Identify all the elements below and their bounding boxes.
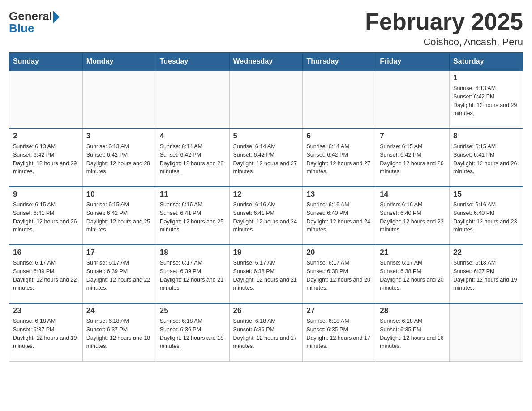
calendar-body: 1Sunrise: 6:13 AMSunset: 6:42 PMDaylight… (9, 70, 523, 361)
day-info: Sunrise: 6:13 AMSunset: 6:42 PMDaylight:… (13, 142, 79, 176)
calendar-cell: 1Sunrise: 6:13 AMSunset: 6:42 PMDaylight… (450, 70, 523, 128)
day-number: 24 (86, 306, 152, 315)
calendar-table: SundayMondayTuesdayWednesdayThursdayFrid… (9, 52, 523, 362)
calendar-cell: 8Sunrise: 6:15 AMSunset: 6:41 PMDaylight… (450, 128, 523, 187)
calendar-cell: 5Sunrise: 6:14 AMSunset: 6:42 PMDaylight… (229, 128, 303, 187)
day-number: 18 (160, 248, 226, 257)
logo: General Blue (9, 9, 60, 35)
day-number: 23 (13, 306, 79, 315)
day-number: 22 (453, 248, 519, 257)
day-number: 5 (233, 132, 299, 141)
header-friday: Friday (376, 53, 450, 71)
day-info: Sunrise: 6:17 AMSunset: 6:38 PMDaylight:… (233, 259, 299, 292)
day-info: Sunrise: 6:16 AMSunset: 6:41 PMDaylight:… (160, 201, 226, 234)
logo-arrow-icon (53, 11, 60, 23)
day-number: 27 (306, 306, 372, 315)
day-number: 15 (453, 190, 519, 199)
header-sunday: Sunday (9, 53, 83, 71)
calendar-cell (9, 70, 83, 128)
calendar-cell: 25Sunrise: 6:18 AMSunset: 6:36 PMDayligh… (156, 303, 229, 361)
calendar-cell: 16Sunrise: 6:17 AMSunset: 6:39 PMDayligh… (9, 245, 83, 303)
calendar-cell (376, 70, 450, 128)
day-info: Sunrise: 6:15 AMSunset: 6:42 PMDaylight:… (380, 142, 446, 176)
day-info: Sunrise: 6:16 AMSunset: 6:40 PMDaylight:… (380, 201, 446, 234)
day-number: 28 (380, 306, 446, 315)
calendar-cell: 28Sunrise: 6:18 AMSunset: 6:35 PMDayligh… (376, 303, 450, 361)
day-info: Sunrise: 6:14 AMSunset: 6:42 PMDaylight:… (160, 142, 226, 176)
day-info: Sunrise: 6:18 AMSunset: 6:37 PMDaylight:… (453, 259, 519, 292)
calendar-cell: 7Sunrise: 6:15 AMSunset: 6:42 PMDaylight… (376, 128, 450, 187)
header-wednesday: Wednesday (229, 53, 303, 71)
day-info: Sunrise: 6:18 AMSunset: 6:36 PMDaylight:… (160, 317, 226, 351)
logo-blue-text: Blue (9, 21, 34, 35)
calendar-cell: 3Sunrise: 6:13 AMSunset: 6:42 PMDaylight… (82, 128, 156, 187)
calendar-cell: 20Sunrise: 6:17 AMSunset: 6:38 PMDayligh… (303, 245, 376, 303)
day-number: 8 (453, 132, 519, 141)
day-number: 17 (86, 248, 152, 257)
calendar-cell: 18Sunrise: 6:17 AMSunset: 6:39 PMDayligh… (156, 245, 229, 303)
day-info: Sunrise: 6:15 AMSunset: 6:41 PMDaylight:… (13, 201, 79, 234)
calendar-header: SundayMondayTuesdayWednesdayThursdayFrid… (9, 53, 523, 71)
calendar-cell: 17Sunrise: 6:17 AMSunset: 6:39 PMDayligh… (82, 245, 156, 303)
calendar-cell (450, 303, 523, 361)
day-number: 20 (306, 248, 372, 257)
day-info: Sunrise: 6:13 AMSunset: 6:42 PMDaylight:… (86, 142, 152, 176)
calendar-cell: 10Sunrise: 6:15 AMSunset: 6:41 PMDayligh… (82, 187, 156, 245)
day-number: 21 (380, 248, 446, 257)
day-info: Sunrise: 6:18 AMSunset: 6:36 PMDaylight:… (233, 317, 299, 351)
day-info: Sunrise: 6:18 AMSunset: 6:35 PMDaylight:… (306, 317, 372, 351)
day-number: 25 (160, 306, 226, 315)
calendar-cell: 22Sunrise: 6:18 AMSunset: 6:37 PMDayligh… (450, 245, 523, 303)
week-row-4: 23Sunrise: 6:18 AMSunset: 6:37 PMDayligh… (9, 303, 523, 361)
header-monday: Monday (82, 53, 156, 71)
day-info: Sunrise: 6:14 AMSunset: 6:42 PMDaylight:… (233, 142, 299, 176)
calendar-cell: 12Sunrise: 6:16 AMSunset: 6:41 PMDayligh… (229, 187, 303, 245)
day-number: 7 (380, 132, 446, 141)
calendar-cell: 9Sunrise: 6:15 AMSunset: 6:41 PMDaylight… (9, 187, 83, 245)
calendar-cell: 21Sunrise: 6:17 AMSunset: 6:38 PMDayligh… (376, 245, 450, 303)
calendar-cell: 26Sunrise: 6:18 AMSunset: 6:36 PMDayligh… (229, 303, 303, 361)
day-info: Sunrise: 6:14 AMSunset: 6:42 PMDaylight:… (306, 142, 372, 176)
calendar-cell: 24Sunrise: 6:18 AMSunset: 6:37 PMDayligh… (82, 303, 156, 361)
calendar-cell (156, 70, 229, 128)
day-number: 1 (453, 73, 519, 82)
week-row-1: 2Sunrise: 6:13 AMSunset: 6:42 PMDaylight… (9, 128, 523, 187)
header-tuesday: Tuesday (156, 53, 229, 71)
header-saturday: Saturday (450, 53, 523, 71)
day-info: Sunrise: 6:16 AMSunset: 6:41 PMDaylight:… (233, 201, 299, 234)
day-number: 2 (13, 132, 79, 141)
day-number: 13 (306, 190, 372, 199)
day-number: 19 (233, 248, 299, 257)
month-title: February 2025 (365, 9, 523, 34)
day-number: 3 (86, 132, 152, 141)
day-number: 12 (233, 190, 299, 199)
day-number: 10 (86, 190, 152, 199)
day-info: Sunrise: 6:17 AMSunset: 6:38 PMDaylight:… (380, 259, 446, 292)
location-subtitle: Coishco, Ancash, Peru (365, 36, 523, 48)
week-row-0: 1Sunrise: 6:13 AMSunset: 6:42 PMDaylight… (9, 70, 523, 128)
day-info: Sunrise: 6:17 AMSunset: 6:38 PMDaylight:… (306, 259, 372, 292)
day-number: 16 (13, 248, 79, 257)
day-info: Sunrise: 6:17 AMSunset: 6:39 PMDaylight:… (160, 259, 226, 292)
calendar-cell: 13Sunrise: 6:16 AMSunset: 6:40 PMDayligh… (303, 187, 376, 245)
calendar-cell: 15Sunrise: 6:16 AMSunset: 6:40 PMDayligh… (450, 187, 523, 245)
calendar-cell: 11Sunrise: 6:16 AMSunset: 6:41 PMDayligh… (156, 187, 229, 245)
day-info: Sunrise: 6:15 AMSunset: 6:41 PMDaylight:… (86, 201, 152, 234)
calendar-cell: 14Sunrise: 6:16 AMSunset: 6:40 PMDayligh… (376, 187, 450, 245)
calendar-cell: 6Sunrise: 6:14 AMSunset: 6:42 PMDaylight… (303, 128, 376, 187)
page-header: General Blue February 2025 Coishco, Anca… (9, 9, 523, 48)
day-info: Sunrise: 6:16 AMSunset: 6:40 PMDaylight:… (453, 201, 519, 234)
calendar-cell: 19Sunrise: 6:17 AMSunset: 6:38 PMDayligh… (229, 245, 303, 303)
title-section: February 2025 Coishco, Ancash, Peru (365, 9, 523, 48)
day-info: Sunrise: 6:18 AMSunset: 6:37 PMDaylight:… (13, 317, 79, 351)
day-number: 4 (160, 132, 226, 141)
day-number: 14 (380, 190, 446, 199)
day-info: Sunrise: 6:18 AMSunset: 6:35 PMDaylight:… (380, 317, 446, 351)
day-info: Sunrise: 6:17 AMSunset: 6:39 PMDaylight:… (86, 259, 152, 292)
week-row-2: 9Sunrise: 6:15 AMSunset: 6:41 PMDaylight… (9, 187, 523, 245)
calendar-cell: 27Sunrise: 6:18 AMSunset: 6:35 PMDayligh… (303, 303, 376, 361)
day-info: Sunrise: 6:15 AMSunset: 6:41 PMDaylight:… (453, 142, 519, 176)
calendar-cell (229, 70, 303, 128)
day-number: 11 (160, 190, 226, 199)
day-info: Sunrise: 6:16 AMSunset: 6:40 PMDaylight:… (306, 201, 372, 234)
